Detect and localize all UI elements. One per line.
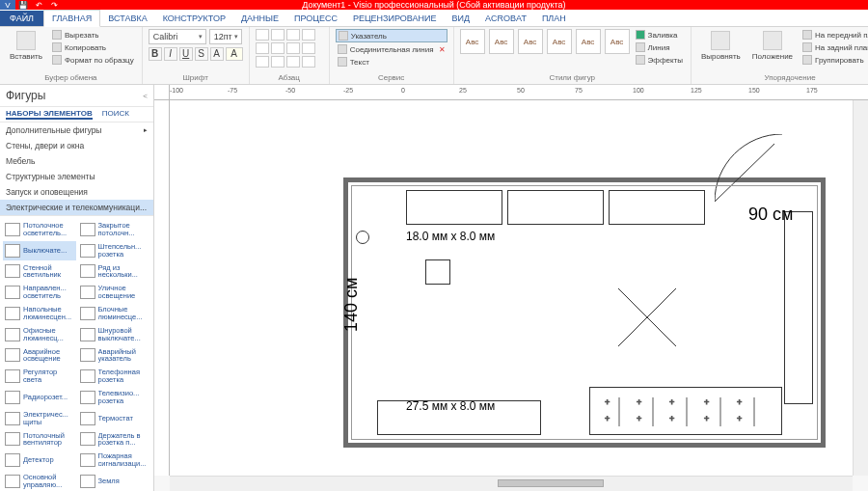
paste-button[interactable]: Вставить	[6, 29, 46, 63]
style-6[interactable]: Aвс	[605, 29, 630, 54]
bullets-button[interactable]	[302, 42, 315, 54]
shapes-tab-search[interactable]: ПОИСК	[102, 109, 129, 120]
align-button[interactable]: Выровнять	[697, 29, 745, 63]
dimension-label-top[interactable]: 18.0 мм x 8.0 мм	[406, 230, 495, 243]
align-center-button[interactable]	[271, 29, 285, 41]
position-button[interactable]: Положение	[748, 29, 797, 63]
align-top-button[interactable]	[256, 42, 269, 54]
style-gallery[interactable]: Aвс Aвс Aвс Aвс Aвс Aвс	[460, 29, 630, 54]
furniture-top-1[interactable]	[406, 190, 502, 225]
style-5[interactable]: Aвс	[576, 29, 601, 54]
scrollbar-thumb[interactable]	[498, 479, 604, 487]
scrollbar-vertical[interactable]	[853, 100, 868, 476]
stencil-item[interactable]: Штепсельн... розетка	[78, 241, 151, 260]
align-justify-button[interactable]	[302, 29, 315, 41]
dimension-door[interactable]: 90 см	[748, 205, 793, 225]
tab-process[interactable]: ПРОЦЕСС	[286, 11, 345, 26]
rotate-text-button[interactable]	[286, 56, 300, 68]
stencil-item[interactable]: Уличное освещение	[78, 283, 151, 302]
font-color-button[interactable]: A	[226, 47, 243, 61]
ruler-vertical[interactable]	[154, 100, 170, 476]
stencil-item[interactable]: Земля	[78, 472, 151, 491]
connector-tool-button[interactable]: Соединительная линия✕	[336, 43, 448, 55]
stencil-item[interactable]: Выключате...	[3, 241, 76, 260]
underline-button[interactable]: U	[179, 47, 193, 61]
send-back-button[interactable]: На задний план	[800, 41, 868, 53]
stencil-item[interactable]: Офисные люминесц...	[3, 325, 76, 344]
category-item[interactable]: Электрические и телекоммуникаци...	[0, 200, 153, 215]
strike-button[interactable]: S	[195, 47, 208, 61]
tab-file[interactable]: ФАЙЛ	[0, 11, 43, 26]
redo-icon[interactable]: ↷	[46, 0, 62, 10]
stencil-item[interactable]: Электричес... щиты	[3, 409, 76, 428]
format-painter-button[interactable]: Формат по образцу	[50, 54, 136, 66]
stencil-item[interactable]: Термостат	[78, 409, 151, 428]
category-item[interactable]: Дополнительные фигуры▸	[0, 123, 153, 138]
scrollbar-horizontal[interactable]	[170, 476, 853, 491]
stencil-item[interactable]: Держатель в розетка п...	[78, 430, 151, 450]
style-2[interactable]: Aвс	[489, 29, 514, 54]
cut-button[interactable]: Вырезать	[50, 29, 136, 41]
stencil-item[interactable]: Блочные люминесце...	[78, 304, 151, 323]
cabinet-shape[interactable]	[784, 211, 813, 404]
stencil-item[interactable]: Детектор	[3, 450, 76, 470]
stencil-item[interactable]: Телевизио... розетка	[78, 388, 151, 407]
furniture-square[interactable]	[425, 259, 450, 285]
line-button[interactable]: Линия	[634, 41, 685, 53]
tab-view[interactable]: ВИД	[444, 11, 477, 26]
paragraph-more-button[interactable]	[302, 56, 315, 68]
indent-dec-button[interactable]	[256, 56, 269, 68]
category-item[interactable]: Стены, двери и окна	[0, 138, 153, 153]
ruler-horizontal[interactable]: -100-75-50-250255075100125150175	[170, 85, 868, 100]
copy-button[interactable]: Копировать	[50, 41, 136, 53]
category-item[interactable]: Структурные элементы	[0, 169, 153, 184]
dimension-label-bottom[interactable]: 27.5 мм x 8.0 мм	[406, 399, 495, 413]
bring-front-button[interactable]: На передний план	[800, 29, 868, 41]
stencil-item[interactable]: Направлен... осветитель	[3, 283, 76, 302]
dimension-vertical[interactable]: 140 см	[341, 278, 362, 332]
furniture-top-3[interactable]	[609, 190, 705, 225]
category-item[interactable]: Запуск и оповещения	[0, 184, 153, 200]
align-left-button[interactable]	[256, 29, 269, 41]
tab-design[interactable]: КОНСТРУКТОР	[155, 11, 233, 26]
style-3[interactable]: Aвс	[518, 29, 543, 54]
furniture-top-2[interactable]	[507, 190, 604, 225]
style-4[interactable]: Aвс	[547, 29, 572, 54]
font-size-combo[interactable]: 12пт	[209, 29, 242, 44]
tab-acrobat[interactable]: ACROBAT	[477, 11, 534, 26]
stencil-item[interactable]: Стенной светильник	[3, 262, 76, 282]
stencil-item[interactable]: Пожарная сигнализаци...	[78, 450, 151, 470]
stencil-item[interactable]: Регулятор света	[3, 367, 76, 386]
indent-inc-button[interactable]	[271, 56, 285, 68]
tab-plan[interactable]: ПЛАН	[534, 11, 574, 26]
tab-insert[interactable]: ВСТАВКА	[100, 11, 154, 26]
stencil-item[interactable]: Телефонная розетка	[78, 367, 151, 386]
stencil-item[interactable]: Потолочное осветитель...	[3, 220, 76, 239]
stencil-item[interactable]: Основной управляю...	[3, 472, 76, 491]
drawing-canvas[interactable]: ++ ++ ++ ++ ++ 18.0 мм x 8.0 мм 27.5 мм …	[170, 100, 853, 476]
outlet-shape[interactable]	[356, 231, 369, 244]
tab-review[interactable]: РЕЦЕНЗИРОВАНИЕ	[345, 11, 445, 26]
stencil-item[interactable]: Шнуровой выключате...	[78, 325, 151, 344]
undo-icon[interactable]: ↶	[31, 0, 46, 10]
font-name-combo[interactable]: Calibri	[149, 29, 206, 44]
tab-home[interactable]: ГЛАВНАЯ	[43, 10, 100, 27]
pointer-tool-button[interactable]: Указатель	[336, 29, 448, 42]
group-button[interactable]: Группировать	[800, 54, 868, 66]
text-tool-button[interactable]: Текст	[336, 56, 448, 68]
stencil-item[interactable]: Аварийное освещение	[3, 346, 76, 366]
app-icon[interactable]: V	[0, 0, 15, 10]
align-bottom-button[interactable]	[286, 42, 300, 54]
tab-data[interactable]: ДАННЫЕ	[233, 11, 286, 26]
stencil-item[interactable]: Напольные люминесцен...	[3, 304, 76, 323]
shapes-collapse-icon[interactable]: <	[143, 92, 148, 100]
stencil-item[interactable]: Закрытое потолочн...	[78, 220, 151, 239]
stencil-item[interactable]: Ряд из нескольки...	[78, 262, 151, 282]
stencil-item[interactable]: Аварийный указатель	[78, 346, 151, 366]
align-right-button[interactable]	[286, 29, 300, 41]
effects-button[interactable]: Эффекты	[634, 54, 685, 66]
style-1[interactable]: Aвс	[460, 29, 485, 54]
sofa-shape[interactable]: ++ ++ ++ ++ ++	[589, 387, 782, 435]
stencil-item[interactable]: Потолочный вентилятор	[3, 430, 76, 450]
bold-button[interactable]: B	[149, 47, 162, 61]
